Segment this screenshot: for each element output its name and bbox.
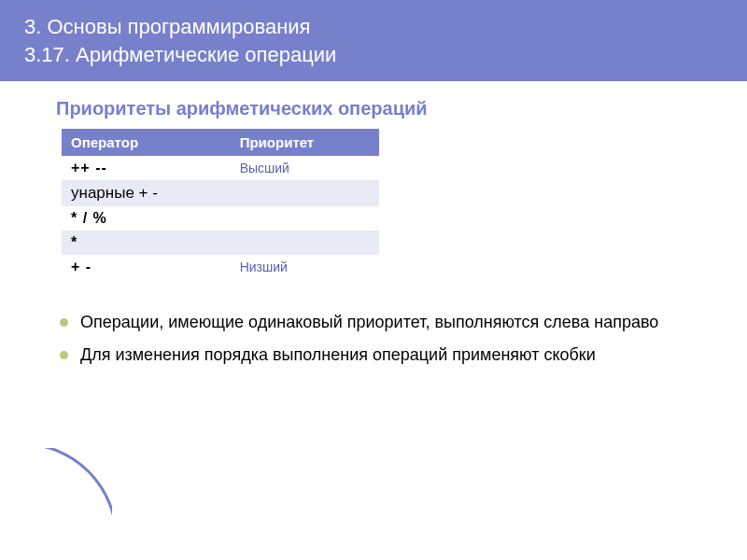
slide-header: 3. Основы программирования 3.17. Арифмет… bbox=[0, 0, 747, 81]
col-operator: Оператор bbox=[62, 129, 231, 156]
cell-operator: ++ -- bbox=[62, 156, 231, 180]
subtitle: Приоритеты арифметических операций bbox=[56, 98, 710, 119]
slide-content: Приоритеты арифметических операций Опера… bbox=[0, 81, 747, 394]
cell-priority bbox=[231, 231, 379, 255]
cell-operator: унарные + - bbox=[62, 180, 231, 206]
cell-priority: Низший bbox=[231, 255, 379, 279]
cell-priority: Высший bbox=[231, 156, 379, 180]
table-row: * / % bbox=[62, 206, 379, 231]
header-line-2: 3.17. Арифметические операции bbox=[24, 41, 723, 69]
corner-decoration bbox=[0, 448, 112, 560]
col-priority: Приоритет bbox=[231, 129, 379, 156]
cell-priority bbox=[231, 206, 379, 231]
bullet-list: Операции, имеющие одинаковый приоритет, … bbox=[56, 311, 710, 366]
header-line-1: 3. Основы программирования bbox=[24, 13, 723, 41]
table-header-row: Оператор Приоритет bbox=[62, 129, 379, 156]
priority-table: Оператор Приоритет ++ -- Высший унарные … bbox=[62, 129, 379, 279]
cell-operator: * bbox=[62, 231, 231, 255]
cell-operator: + - bbox=[62, 255, 231, 279]
slide: 3. Основы программирования 3.17. Арифмет… bbox=[0, 0, 747, 560]
table-row: + - Низший bbox=[62, 255, 379, 279]
table-row: ++ -- Высший bbox=[62, 156, 379, 180]
table-row: * bbox=[62, 231, 379, 255]
list-item: Операции, имеющие одинаковый приоритет, … bbox=[56, 311, 710, 333]
list-item: Для изменения порядка выполнения операци… bbox=[56, 343, 710, 366]
cell-operator: * / % bbox=[62, 206, 231, 231]
cell-priority bbox=[231, 180, 379, 206]
table-row: унарные + - bbox=[62, 180, 379, 206]
